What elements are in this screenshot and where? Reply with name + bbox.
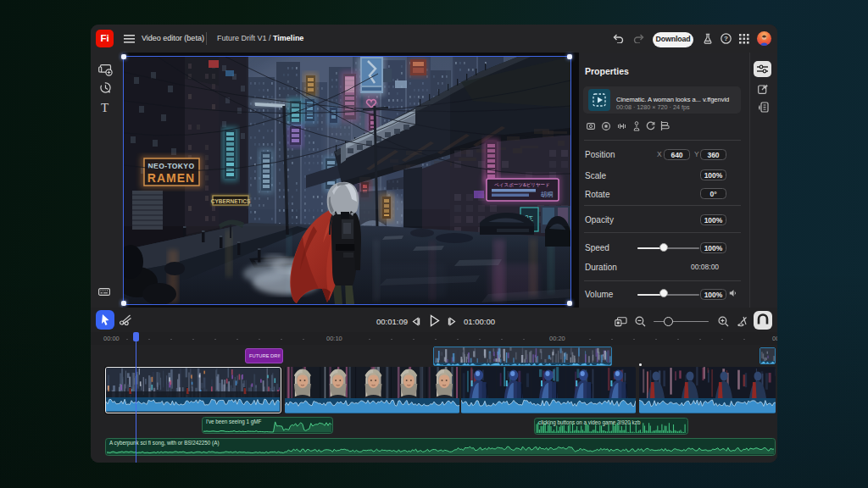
svg-text:?: ?	[724, 35, 728, 42]
svg-text:clicking buttons on a video ga: clicking buttons on a video game 3!920 k…	[538, 419, 641, 426]
svg-text:A cyberpunk sci fi song, with: A cyberpunk sci fi song, with or BS!2422…	[109, 440, 220, 446]
svg-text:I've been seeing 1 gMF: I've been seeing 1 gMF	[206, 419, 261, 425]
